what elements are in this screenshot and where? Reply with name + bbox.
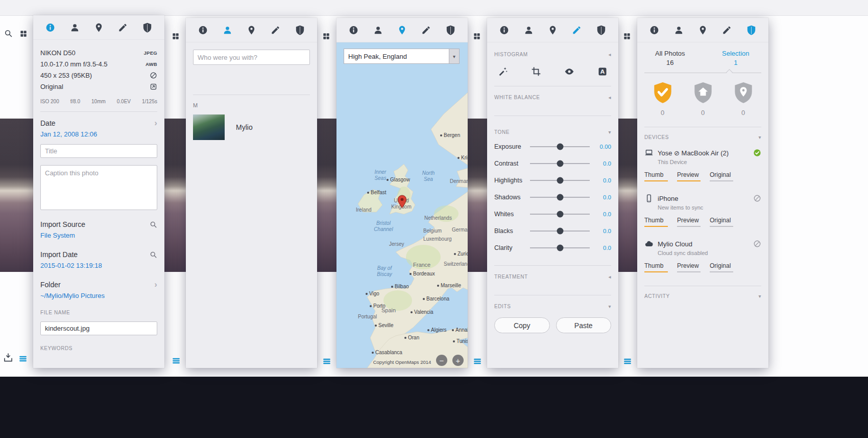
folder-value[interactable]: ~/Mylio/Mylio Pictures [40,292,157,299]
location-dropdown-button[interactable]: ▾ [449,49,460,64]
quality-thumb[interactable]: Thumb [644,171,668,181]
white-balance-section-header[interactable]: WHITE BALANCE◂ [494,95,611,100]
exposure-slider[interactable] [530,146,590,147]
tab-edit-icon[interactable] [569,22,585,38]
import-date-value[interactable]: 2015-01-02 13:19:18 [40,262,157,269]
search-icon[interactable] [4,29,13,38]
tab-people-icon[interactable] [671,22,686,38]
quality-preview[interactable]: Preview [677,171,701,181]
whites-slider[interactable] [530,214,590,215]
grid-view-icon[interactable] [623,32,631,40]
import-source-value[interactable]: File System [40,232,157,239]
edits-section-header[interactable]: EDITS▾ [494,304,611,309]
person-thumbnail[interactable] [193,114,225,140]
protected-shield[interactable]: 0 [653,81,673,117]
menu-icon[interactable] [322,357,331,366]
tone-section-header[interactable]: TONE▾ [494,129,611,135]
tab-map-icon[interactable] [244,22,259,38]
quality-original[interactable]: Original [710,262,733,272]
tab-sync-icon[interactable] [593,22,609,38]
file-name-input[interactable] [40,321,157,335]
tab-edit-icon[interactable] [719,22,735,38]
date-field[interactable]: Date› [40,119,157,127]
quality-thumb[interactable]: Thumb [644,262,668,272]
quality-preview[interactable]: Preview [677,217,701,227]
grid-view-icon[interactable] [322,32,330,40]
magnifier-icon[interactable] [150,221,157,228]
tab-sync-icon[interactable] [743,22,759,38]
magnifier-icon[interactable] [150,251,157,259]
slider-knob[interactable] [557,227,563,234]
grid-view-icon[interactable] [172,32,180,40]
tab-map-icon[interactable] [394,22,409,38]
tab-people-icon[interactable] [521,22,536,38]
copy-edits-button[interactable]: Copy [494,317,550,333]
grid-view-icon[interactable] [473,32,481,40]
slider-knob[interactable] [557,143,563,150]
treatment-section-header[interactable]: TREATMENT◂ [494,274,611,280]
home-shield[interactable]: 0 [693,81,713,117]
tab-sync-icon[interactable] [292,22,307,38]
slider-knob[interactable] [557,194,563,200]
slider-knob[interactable] [557,177,563,183]
title-input[interactable] [40,144,157,158]
tab-map-icon[interactable] [545,22,560,38]
blacks-slider[interactable] [530,230,590,232]
activity-section-header[interactable]: ACTIVITY▾ [644,293,761,299]
tab-map-icon[interactable] [91,19,106,36]
tab-edit-icon[interactable] [115,19,131,36]
menu-icon[interactable] [473,357,482,366]
highlights-slider[interactable] [530,180,590,181]
original-icon[interactable] [150,83,157,90]
tab-edit-icon[interactable] [268,22,283,38]
import-icon[interactable] [3,353,13,363]
tab-people-icon[interactable] [67,19,82,36]
tab-info-icon[interactable] [196,22,211,38]
devices-section-header[interactable]: DEVICES▾ [644,134,761,140]
selection-tab[interactable]: Selection 1 [703,50,769,66]
tab-info-icon[interactable] [346,22,361,38]
quality-row: Thumb Preview Original [644,217,761,227]
tab-people-icon[interactable] [220,22,235,38]
date-value[interactable]: Jan 12, 2008 12:06 [40,130,157,138]
red-eye-icon[interactable] [563,65,576,78]
zoom-in-button[interactable]: + [452,355,464,366]
tab-sync-icon[interactable] [139,19,155,36]
person-row[interactable]: Mylio [193,114,310,140]
location-shield[interactable]: 0 [733,81,754,117]
text-tool-icon[interactable] [596,65,609,78]
location-input[interactable] [344,49,449,64]
tab-edit-icon[interactable] [419,22,434,38]
tab-people-icon[interactable] [370,22,385,38]
contrast-slider[interactable] [530,163,590,164]
tab-map-icon[interactable] [695,22,710,38]
crop-icon[interactable] [529,65,543,78]
quality-original[interactable]: Original [710,217,733,227]
caption-input[interactable] [40,165,157,210]
people-search-input[interactable] [193,50,310,65]
grid-view-icon[interactable] [19,30,28,38]
histogram-section-header[interactable]: HISTOGRAM◂ [494,52,611,57]
tab-info-icon[interactable] [43,19,58,36]
clarity-slider[interactable] [530,247,590,248]
map-view[interactable]: Bergen Kristiansand Inner Seas Glasgow N… [336,42,468,368]
zoom-out-button[interactable]: − [436,355,447,366]
tab-info-icon[interactable] [647,22,662,38]
paste-edits-button[interactable]: Paste [556,317,612,333]
location-pin-icon[interactable] [397,195,407,209]
quality-original[interactable]: Original [710,171,733,181]
slider-knob[interactable] [557,211,563,217]
quality-thumb[interactable]: Thumb [644,217,668,227]
all-photos-tab[interactable]: All Photos 16 [637,50,703,66]
slider-knob[interactable] [557,244,563,251]
menu-icon[interactable] [623,357,632,366]
menu-icon[interactable] [18,354,28,363]
folder-field[interactable]: Folder› [40,281,157,289]
menu-icon[interactable] [172,356,181,365]
tab-sync-icon[interactable] [443,22,458,38]
tab-info-icon[interactable] [497,22,512,38]
shadows-slider[interactable] [530,197,590,198]
auto-enhance-icon[interactable] [496,65,510,78]
quality-preview[interactable]: Preview [677,262,701,272]
slider-knob[interactable] [557,160,563,167]
